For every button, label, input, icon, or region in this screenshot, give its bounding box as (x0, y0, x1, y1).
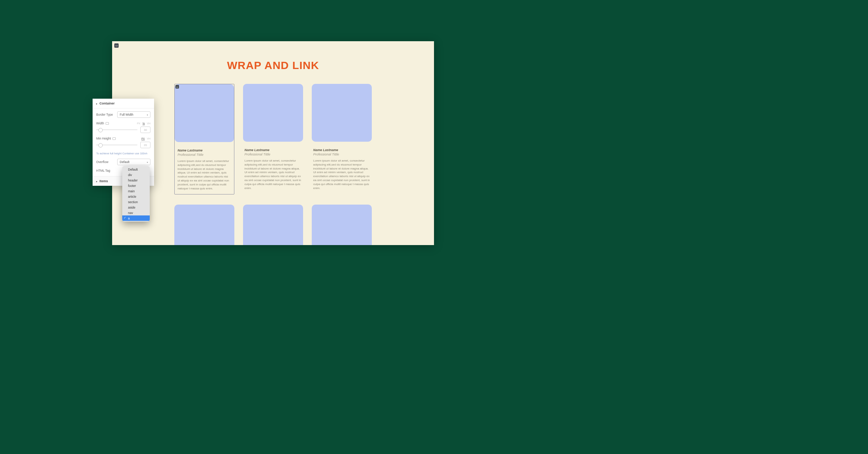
panel-section-container[interactable]: ▸ Container (93, 99, 154, 108)
dropdown-option-article[interactable]: article (122, 194, 150, 199)
min-height-input[interactable]: 20 (140, 142, 150, 148)
min-height-row: Min Height PX VH 20 (96, 137, 150, 148)
card-name: Name Lastname (313, 148, 370, 152)
unit-vh[interactable]: VH (147, 122, 150, 125)
unit-pct[interactable]: % (142, 122, 145, 125)
unit-px[interactable]: PX (137, 122, 140, 125)
border-type-select[interactable]: Full Width ▾ (117, 111, 150, 118)
unit-px[interactable]: PX (141, 137, 145, 140)
dropdown-option-footer[interactable]: footer (122, 183, 150, 188)
dropdown-option-main[interactable]: main (122, 188, 150, 194)
dropdown-option-a[interactable]: a (122, 215, 150, 221)
unit-vh[interactable]: VH (147, 137, 150, 140)
min-height-units[interactable]: PX VH (141, 137, 150, 140)
overflow-value: Default (120, 160, 129, 164)
section-handle-icon[interactable]: ▭ (114, 43, 119, 48)
card-item[interactable] (312, 205, 372, 245)
width-input[interactable]: 30 (140, 127, 150, 133)
card-grid: ▭ Name Lastname Professional Tittle Lore… (112, 84, 434, 245)
min-height-hint: To achieve full height Container use 100… (96, 152, 150, 155)
card-thumbnail (174, 205, 234, 245)
card-meta: Name Lastname Professional Tittle Lorem … (175, 142, 234, 194)
card-thumbnail (312, 84, 372, 142)
width-row: Width PX % VH 30 (96, 121, 150, 133)
card-description: Lorem ipsum dolor sit amet, consectetur … (313, 159, 370, 190)
card-item[interactable]: ▭ Name Lastname Professional Tittle Lore… (174, 84, 234, 194)
chevron-right-icon: ▸ (96, 102, 97, 105)
card-item[interactable] (243, 205, 303, 245)
dropdown-option-div[interactable]: div (122, 172, 150, 177)
dropdown-option-section[interactable]: section (122, 199, 150, 205)
editor-canvas: ▭ WRAP AND LINK ▭ Name Lastname Professi… (112, 41, 434, 245)
dropdown-option-header[interactable]: header (122, 177, 150, 183)
card-description: Lorem ipsum dolor sit amet, consectetur … (244, 159, 302, 190)
card-name: Name Lastname (178, 149, 231, 152)
chevron-down-icon: ▾ (147, 161, 148, 163)
overflow-select[interactable]: Default ▾ (117, 159, 150, 165)
dropdown-option-nav[interactable]: nav (122, 210, 150, 215)
card-thumbnail (243, 205, 303, 245)
border-type-value: Full Width (120, 113, 133, 116)
responsive-icon[interactable] (112, 137, 116, 140)
responsive-icon[interactable] (106, 122, 109, 125)
items-label: Items (99, 179, 108, 183)
dropdown-option-aside[interactable]: aside (122, 205, 150, 210)
min-height-slider[interactable] (96, 145, 137, 145)
border-type-row: Border Type Full Width ▾ (96, 111, 150, 118)
card-thumbnail (175, 84, 234, 142)
overflow-label: Overflow (96, 160, 117, 164)
card-meta: Name Lastname Professional Tittle Lorem … (243, 142, 303, 190)
width-label: Width (96, 121, 109, 125)
card-description: Lorem ipsum dolor sit amet, consectetur … (178, 159, 231, 190)
card-item[interactable] (174, 205, 234, 245)
width-slider[interactable] (96, 129, 137, 130)
width-units[interactable]: PX % VH (137, 122, 150, 125)
card-title: Professional Tittle (178, 153, 231, 157)
min-height-label: Min Height (96, 137, 116, 140)
page-title: WRAP AND LINK (112, 41, 434, 84)
html-tag-label: HTML Tag (96, 169, 117, 172)
card-name: Name Lastname (244, 148, 302, 152)
card-item[interactable]: Name Lastname Professional Tittle Lorem … (243, 84, 303, 194)
card-title: Professional Tittle (313, 153, 370, 156)
container-handle-icon[interactable]: ▭ (175, 85, 179, 89)
card-title: Professional Tittle (244, 153, 302, 156)
card-thumbnail (243, 84, 303, 142)
card-meta: Name Lastname Professional Tittle Lorem … (312, 142, 372, 190)
card-thumbnail (312, 205, 372, 245)
panel-section-title: Container (99, 102, 115, 105)
dropdown-option-default[interactable]: Default (122, 167, 150, 172)
border-type-label: Border Type (96, 113, 117, 116)
overflow-row: Overflow Default ▾ (96, 159, 150, 165)
card-item[interactable]: Name Lastname Professional Tittle Lorem … (312, 84, 372, 194)
html-tag-dropdown[interactable]: Default div header footer main article s… (122, 166, 150, 222)
chevron-right-icon: ▸ (96, 180, 97, 183)
chevron-down-icon: ▾ (147, 113, 148, 116)
